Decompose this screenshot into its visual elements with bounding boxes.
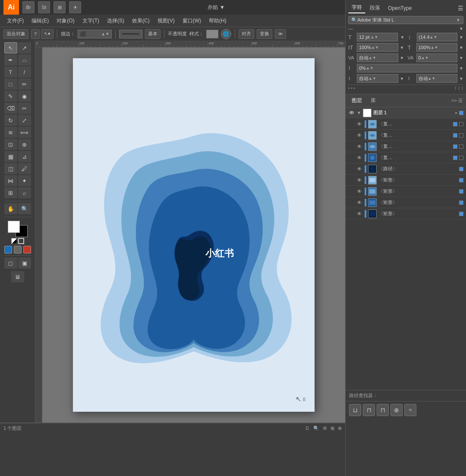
baseline-dropdown[interactable]: ▼ <box>459 66 463 71</box>
swap-colors-icon[interactable] <box>18 238 24 244</box>
blend-tool[interactable]: ⋈ <box>4 175 17 186</box>
layer-item-7[interactable]: 👁 〈矩形〉 <box>346 197 466 208</box>
tab-opentype[interactable]: OpenType <box>384 4 415 13</box>
menu-type[interactable]: 文字(T) <box>79 16 103 26</box>
layer-1-visibility[interactable]: 👁 <box>348 110 355 116</box>
horiz-scale-dropdown[interactable]: ▼ <box>459 45 463 50</box>
transform-button[interactable]: 变换 <box>257 29 272 39</box>
auto-dropdown-2[interactable]: ▼ <box>459 76 463 81</box>
tab-layers[interactable]: 图层 <box>349 96 365 105</box>
pen-tool[interactable]: ✒ <box>4 54 17 66</box>
line-style[interactable]: 基本 <box>145 29 161 39</box>
menu-object[interactable]: 对象(O) <box>53 16 78 26</box>
vert-scale-arrows[interactable]: ▲▼ <box>371 45 379 50</box>
font-name-input[interactable] <box>357 18 456 23</box>
rotate-tool[interactable]: ↻ <box>4 115 17 126</box>
tab-paragraph[interactable]: 段落 <box>366 3 384 13</box>
pf-divide[interactable]: ÷ <box>404 404 416 416</box>
layers-expand-icon[interactable]: >> ☰ <box>451 98 463 103</box>
vert-scale-dropdown[interactable]: ▼ <box>400 45 404 50</box>
pf-intersect[interactable]: ⊓ <box>377 404 389 416</box>
color-swatch-gray[interactable] <box>14 246 22 254</box>
tab-library[interactable]: 库 <box>368 96 378 105</box>
curvature-tool[interactable]: ⌓ <box>18 54 31 66</box>
layer-item-0[interactable]: 👁 〈复… <box>346 119 466 130</box>
rectangle-tool[interactable]: □ <box>4 78 17 90</box>
menu-effect[interactable]: 效果(C) <box>129 16 153 26</box>
bridge-icon[interactable]: Br <box>22 1 35 13</box>
layer-item-3[interactable]: 👁 〈复… <box>346 152 466 163</box>
color-swatch-red[interactable] <box>23 246 31 254</box>
symbol-tool[interactable]: ✦ <box>18 175 31 186</box>
layer-item-8-vis[interactable]: 👁 <box>356 211 363 217</box>
font-search-bar[interactable]: 🔍 ▼ <box>348 16 463 24</box>
more-button[interactable]: ≫ <box>275 29 286 39</box>
horiz-scale-arrows[interactable]: ▲▼ <box>431 45 438 50</box>
free-transform-tool[interactable]: ⊡ <box>4 139 17 150</box>
layer-item-8[interactable]: 👁 〈矩形〉 <box>346 208 466 219</box>
width-tool[interactable]: ⟺ <box>18 127 31 138</box>
canvas-background[interactable]: 小红书 ↖ ⠿ <box>42 47 345 423</box>
blob-brush-tool[interactable]: ◉ <box>18 91 31 102</box>
line-tool[interactable]: / <box>18 66 31 78</box>
layer-item-2[interactable]: 👁 〈复… <box>346 141 466 152</box>
layer-item-1-vis[interactable]: 👁 <box>356 132 363 138</box>
panel-menu-icon[interactable]: ☰ <box>458 5 463 12</box>
gradient-tool[interactable]: ◫ <box>4 163 17 174</box>
layer-item-6[interactable]: 👁 〈矩形〉 <box>346 186 466 197</box>
layer-item-4[interactable]: 👁 〈路径〉 <box>346 163 466 175</box>
auto-dropdown-1[interactable]: ▼ <box>400 76 404 81</box>
arrow-icon[interactable]: ✈ <box>69 1 81 13</box>
color-circle[interactable]: 🌐 <box>221 29 231 39</box>
font-dropdown-arrow[interactable]: ▼ <box>456 18 460 22</box>
auto-arrows-1[interactable]: ▲▼ <box>368 76 376 81</box>
screen-mode-button[interactable]: ▣ <box>18 257 31 269</box>
view-mode-button[interactable]: ◻ <box>4 257 17 269</box>
tracking-arrows[interactable]: ▲▼ <box>368 56 376 60</box>
layer-1-expand[interactable]: ▼ <box>357 110 361 115</box>
toolbar-select-mode[interactable]: ↖▾ <box>41 29 54 39</box>
menu-file[interactable]: 文件(F) <box>3 16 27 26</box>
pf-exclude[interactable]: ⊕ <box>390 404 403 416</box>
menu-edit[interactable]: 编辑(E) <box>28 16 52 26</box>
layer-item-2-vis[interactable]: 👁 <box>356 144 363 150</box>
line-height-dropdown[interactable]: ▼ <box>459 35 463 40</box>
monitor-button[interactable]: 🖥 <box>11 271 24 282</box>
layer-item-5[interactable]: 👁 〈矩形〉 <box>346 175 466 186</box>
selection-tool[interactable]: ↖ <box>4 42 17 53</box>
layer-item-5-vis[interactable]: 👁 <box>356 177 363 183</box>
stock-icon[interactable]: St <box>38 1 50 13</box>
font-size-dropdown[interactable]: ▼ <box>400 35 405 40</box>
tracking-dropdown[interactable]: ▼ <box>400 56 404 60</box>
menu-window[interactable]: 窗口(W) <box>179 16 205 26</box>
color-swatch-blue[interactable] <box>4 246 12 254</box>
artboard-tool[interactable]: ⊞ <box>4 187 17 198</box>
pencil-tool[interactable]: ✎ <box>4 91 17 102</box>
auto-arrows-2[interactable]: ▲▼ <box>428 76 436 81</box>
line-height-arrows[interactable]: ▲▼ <box>430 35 438 39</box>
align-button[interactable]: 对齐 <box>239 29 254 39</box>
scale-tool[interactable]: ⤢ <box>18 115 31 126</box>
perspective-tool[interactable]: ⊿ <box>18 151 31 162</box>
menu-help[interactable]: 帮助(H) <box>205 16 230 26</box>
direct-selection-tool[interactable]: ↗ <box>18 42 31 53</box>
baseline-arrows[interactable]: ▲▼ <box>366 66 374 70</box>
kerning-arrows[interactable]: ▲▼ <box>421 56 429 60</box>
layer-item-3-vis[interactable]: 👁 <box>356 155 363 161</box>
layer-item-1[interactable]: 👁 〈复… <box>346 130 466 141</box>
slice-tool[interactable]: ⌕ <box>18 187 31 198</box>
stroke-arrows[interactable]: ▲▼ <box>101 31 110 36</box>
fill-color[interactable] <box>8 221 20 233</box>
workspace-icon[interactable]: ⊞ <box>54 1 66 13</box>
type-tool[interactable]: T <box>4 66 17 78</box>
layer-1-lock[interactable]: ● <box>455 110 457 115</box>
zoom-tool[interactable]: 🔍 <box>18 203 31 214</box>
shape-builder-tool[interactable]: ⊕ <box>18 139 31 150</box>
default-colors-icon[interactable] <box>11 238 17 244</box>
pf-unite[interactable]: ⊔ <box>349 404 361 416</box>
menu-select[interactable]: 选择(S) <box>104 16 128 26</box>
pf-minus-front[interactable]: ⊓ <box>363 404 375 416</box>
font-style-arrow[interactable]: ▼ <box>459 26 463 31</box>
color-swatch[interactable] <box>206 30 218 38</box>
kerning-dropdown[interactable]: ▼ <box>459 56 463 60</box>
